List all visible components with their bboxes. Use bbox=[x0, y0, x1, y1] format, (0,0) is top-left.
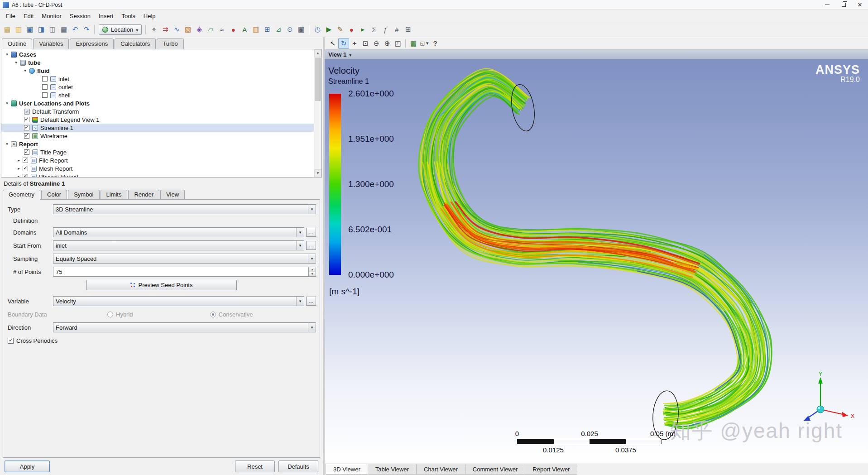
tab-table-viewer[interactable]: Table Viewer bbox=[368, 464, 417, 475]
direction-combo[interactable]: Forward bbox=[53, 322, 316, 332]
tree-item[interactable]: Mesh Report bbox=[1, 164, 314, 173]
save-picture-icon[interactable]: ◨ bbox=[36, 24, 47, 35]
dtab-symbol[interactable]: Symbol bbox=[68, 190, 99, 199]
animation-icon[interactable]: ▶ bbox=[323, 24, 334, 35]
load-results-icon[interactable]: ▥ bbox=[13, 24, 24, 35]
polyline-icon[interactable]: ≈ bbox=[216, 24, 227, 35]
chart-icon[interactable]: ⊿ bbox=[273, 24, 284, 35]
zoom-out-tool-icon[interactable]: ⊖ bbox=[371, 38, 382, 49]
dtab-view[interactable]: View bbox=[160, 190, 185, 199]
fit-view-tool-icon[interactable]: ◰ bbox=[393, 38, 403, 49]
restore-button[interactable] bbox=[835, 0, 852, 10]
defaults-button[interactable]: Defaults bbox=[278, 461, 318, 472]
type-combo[interactable]: 3D Streamline bbox=[53, 204, 316, 214]
start-from-combo[interactable]: inlet bbox=[53, 240, 304, 250]
scrollbar-thumb[interactable] bbox=[315, 58, 321, 101]
macro-calculator-icon[interactable]: ⊞ bbox=[403, 24, 413, 35]
tab-variables[interactable]: Variables bbox=[33, 38, 69, 49]
tree-checkbox[interactable] bbox=[42, 92, 48, 98]
tree-item[interactable]: Streamline 1 bbox=[1, 124, 314, 132]
pan-tool-icon[interactable]: + bbox=[349, 38, 360, 49]
menu-monitor[interactable]: Monitor bbox=[38, 10, 65, 22]
tree-expander-icon[interactable] bbox=[16, 166, 22, 172]
tree-checkbox[interactable] bbox=[24, 133, 29, 139]
tab-chart-viewer[interactable]: Chart Viewer bbox=[417, 464, 465, 475]
zoom-in-tool-icon[interactable]: ⊕ bbox=[382, 38, 393, 49]
table-icon[interactable]: ⊞ bbox=[262, 24, 273, 35]
location-dropdown[interactable]: Location bbox=[99, 24, 142, 35]
probe-icon[interactable]: ⌖ bbox=[149, 24, 159, 35]
tree-expander-icon[interactable] bbox=[16, 174, 22, 178]
tree-expander-icon[interactable] bbox=[4, 52, 10, 58]
preview-seed-points-button[interactable]: Preview Seed Points bbox=[86, 280, 237, 290]
tree-item[interactable]: inlet bbox=[1, 75, 314, 83]
points-input[interactable]: 75 ▲▼ bbox=[53, 267, 316, 277]
menu-file[interactable]: File bbox=[2, 10, 19, 22]
apply-button[interactable]: Apply bbox=[5, 461, 50, 472]
tree-scrollbar[interactable]: ▲ ▼ bbox=[314, 49, 321, 177]
tree-item[interactable]: shell bbox=[1, 91, 314, 99]
view-mode-icon[interactable]: ◱ ▾ bbox=[419, 38, 430, 49]
tree-checkbox[interactable] bbox=[23, 158, 28, 163]
isosurface-icon[interactable]: ◈ bbox=[194, 24, 205, 35]
tree-expander-icon[interactable] bbox=[16, 158, 22, 163]
tab-outline[interactable]: Outline bbox=[2, 38, 32, 49]
cross-periodics-checkbox[interactable] bbox=[8, 338, 14, 344]
undo-icon[interactable]: ↶ bbox=[70, 24, 81, 35]
tab-expressions[interactable]: Expressions bbox=[70, 38, 114, 49]
tree-expander-icon[interactable] bbox=[22, 68, 28, 74]
hybrid-radio[interactable] bbox=[107, 312, 113, 317]
domains-combo[interactable]: All Domains bbox=[53, 227, 304, 237]
tree-item[interactable]: User Locations and Plots bbox=[1, 99, 314, 107]
3d-canvas[interactable]: Velocity Streamline 1 2.601e+0001.951e+0… bbox=[325, 59, 868, 463]
chevron-down-icon[interactable] bbox=[296, 297, 304, 306]
open-file-icon[interactable]: ▤ bbox=[2, 24, 13, 35]
function-calculator-icon[interactable]: ƒ bbox=[380, 24, 391, 35]
tree-item[interactable]: Title Page bbox=[1, 148, 314, 156]
menu-edit[interactable]: Edit bbox=[19, 10, 38, 22]
variable-browse-button[interactable]: ... bbox=[306, 297, 316, 306]
tree-item[interactable]: File Report bbox=[1, 156, 314, 164]
chevron-down-icon[interactable] bbox=[296, 228, 304, 237]
reset-button[interactable]: Reset bbox=[235, 461, 275, 472]
spin-down-icon[interactable]: ▼ bbox=[309, 272, 316, 277]
tab-comment-viewer[interactable]: Comment Viewer bbox=[465, 464, 525, 475]
tree-item[interactable]: Default Transform bbox=[1, 107, 314, 115]
vector-icon[interactable]: ⇉ bbox=[160, 24, 171, 35]
figure-icon[interactable]: ▣ bbox=[296, 24, 307, 35]
tree-item[interactable]: tube bbox=[1, 58, 314, 67]
sampling-combo[interactable]: Equally Spaced bbox=[53, 254, 316, 264]
points-stepper[interactable]: ▲▼ bbox=[308, 267, 316, 276]
dtab-render[interactable]: Render bbox=[128, 190, 159, 199]
legend-tool-icon[interactable]: ▥ bbox=[250, 24, 261, 35]
tab-calculators[interactable]: Calculators bbox=[115, 38, 156, 49]
tree-item[interactable]: Cases bbox=[1, 50, 314, 58]
tree-checkbox[interactable] bbox=[23, 174, 28, 177]
tree-checkbox[interactable] bbox=[23, 166, 28, 171]
tree-checkbox[interactable] bbox=[24, 149, 29, 155]
tree-expander-icon[interactable] bbox=[4, 101, 10, 106]
render-options-icon[interactable]: ▦ bbox=[408, 38, 419, 49]
rotate-tool-icon[interactable]: ↻ bbox=[338, 38, 349, 49]
dtab-limits[interactable]: Limits bbox=[101, 190, 128, 199]
tree-expander-icon[interactable] bbox=[13, 60, 19, 66]
minimize-button[interactable] bbox=[819, 0, 835, 10]
zoom-box-tool-icon[interactable]: ⊡ bbox=[360, 38, 371, 49]
domains-browse-button[interactable]: ... bbox=[306, 228, 316, 237]
spin-up-icon[interactable]: ▲ bbox=[309, 267, 316, 272]
menu-session[interactable]: Session bbox=[66, 10, 95, 22]
tree-item[interactable]: Report bbox=[1, 140, 314, 148]
chevron-down-icon[interactable] bbox=[308, 323, 316, 332]
quick-editor-icon[interactable]: ✎ bbox=[335, 24, 345, 35]
tree-item[interactable]: Physics Report bbox=[1, 173, 314, 177]
comment-icon[interactable]: ⊙ bbox=[284, 24, 295, 35]
variable-combo[interactable]: Velocity bbox=[53, 296, 304, 306]
menu-insert[interactable]: Insert bbox=[95, 10, 118, 22]
chevron-down-icon[interactable] bbox=[308, 205, 316, 214]
point-icon[interactable]: ● bbox=[228, 24, 239, 35]
context-help-icon[interactable]: ? bbox=[430, 38, 441, 49]
streamline-icon[interactable]: ∿ bbox=[171, 24, 182, 35]
plane-icon[interactable]: ▱ bbox=[205, 24, 216, 35]
dtab-geometry[interactable]: Geometry bbox=[3, 190, 40, 200]
tree-expander-icon[interactable] bbox=[4, 141, 10, 147]
